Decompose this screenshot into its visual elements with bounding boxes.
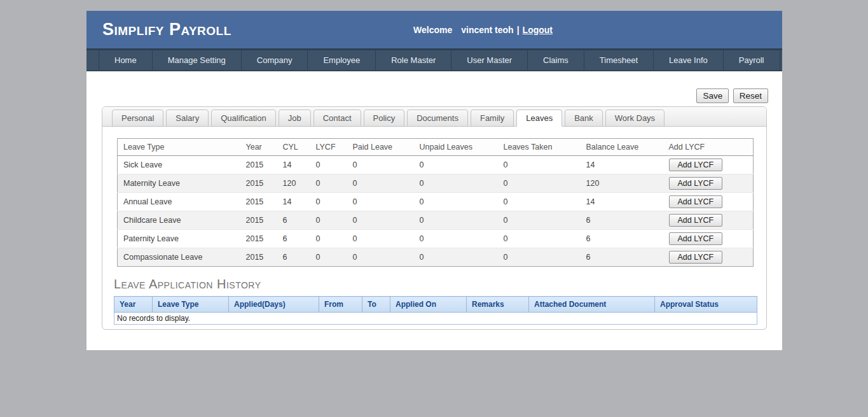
nav-item-payroll[interactable]: Payroll: [724, 50, 780, 70]
leave-cell-paid: 0: [347, 248, 414, 267]
tab-contact[interactable]: Contact: [313, 110, 361, 127]
leave-cell-taken: 0: [498, 156, 581, 174]
nav-item-leave-info[interactable]: Leave Info: [654, 50, 724, 70]
app-window: Simplify Payroll Welcome vincent teoh | …: [86, 11, 782, 350]
leave-cell-action: Add LYCF: [663, 230, 754, 248]
nav-item-timesheet[interactable]: Timesheet: [584, 50, 654, 70]
history-col-to: To: [362, 297, 390, 313]
leave-cell-taken: 0: [498, 174, 581, 193]
leave-col-leaves-taken: Leaves Taken: [498, 139, 581, 156]
add-lycf-button[interactable]: Add LYCF: [669, 195, 723, 208]
add-lycf-button[interactable]: Add LYCF: [669, 177, 723, 190]
leave-cell-leave_type: Annual Leave: [118, 193, 240, 211]
leave-cell-year: 2015: [240, 156, 277, 174]
reset-button[interactable]: Reset: [733, 88, 768, 103]
logout-link[interactable]: Logout: [523, 25, 553, 35]
nav-item-manage-setting[interactable]: Manage Setting: [153, 50, 242, 70]
tab-policy[interactable]: Policy: [364, 110, 405, 127]
leave-cell-leave_type: Paternity Leave: [118, 230, 240, 248]
tab-work-days[interactable]: Work Days: [605, 110, 665, 127]
add-lycf-button[interactable]: Add LYCF: [669, 214, 723, 227]
save-button[interactable]: Save: [696, 88, 729, 103]
tab-strip: PersonalSalaryQualificationJobContactPol…: [102, 107, 766, 127]
leave-cell-paid: 0: [347, 174, 414, 193]
leave-col-year: Year: [240, 139, 277, 156]
leave-cell-year: 2015: [240, 174, 277, 193]
leave-cell-action: Add LYCF: [663, 248, 754, 267]
leave-cell-balance: 6: [581, 211, 663, 230]
nav-item-employee[interactable]: Employee: [308, 50, 376, 70]
leave-cell-cyl: 14: [277, 156, 310, 174]
leave-cell-lycf: 0: [310, 211, 347, 230]
leave-cell-leave_type: Compassionate Leave: [118, 248, 240, 267]
history-section-title: Leave Application History: [114, 277, 766, 292]
leave-row-compassionate-leave: Compassionate Leave2015600006Add LYCF: [118, 248, 754, 267]
tab-leaves[interactable]: Leaves: [516, 110, 562, 127]
leave-cell-unpaid: 0: [414, 156, 498, 174]
add-lycf-button[interactable]: Add LYCF: [669, 159, 723, 171]
leave-cell-lycf: 0: [310, 193, 347, 211]
employee-tab-panel: PersonalSalaryQualificationJobContactPol…: [102, 106, 767, 330]
history-col-applied-on: Applied On: [390, 297, 467, 313]
leave-cell-taken: 0: [498, 230, 581, 248]
history-col-attached-document: Attached Document: [529, 297, 655, 313]
nav-item-user-master[interactable]: User Master: [451, 50, 528, 70]
leave-cell-unpaid: 0: [414, 174, 498, 193]
leave-col-cyl: CYL: [277, 139, 310, 156]
main-nav: HomeManage SettingCompanyEmployeeRole Ma…: [86, 48, 782, 71]
leave-cell-action: Add LYCF: [663, 193, 754, 211]
history-table-header: YearLeave TypeApplied(Days)FromToApplied…: [114, 297, 757, 313]
leave-cell-lycf: 0: [310, 248, 347, 267]
leave-cell-year: 2015: [240, 230, 277, 248]
leave-cell-cyl: 14: [277, 193, 310, 211]
leave-cell-action: Add LYCF: [663, 156, 754, 174]
leave-cell-taken: 0: [498, 193, 581, 211]
add-lycf-button[interactable]: Add LYCF: [669, 232, 723, 245]
leave-cell-unpaid: 0: [414, 248, 498, 267]
history-col-from: From: [319, 297, 362, 313]
history-col-approval-status: Approval Status: [655, 297, 757, 313]
leave-row-sick-leave: Sick Leave201514000014Add LYCF: [118, 156, 754, 174]
welcome-label: Welcome: [413, 25, 452, 35]
tab-documents[interactable]: Documents: [407, 110, 468, 127]
leave-cell-leave_type: Sick Leave: [118, 156, 240, 174]
leave-history-table: YearLeave TypeApplied(Days)FromToApplied…: [114, 296, 757, 325]
leave-cell-year: 2015: [240, 211, 277, 230]
no-records-message: No records to display.: [114, 313, 757, 325]
leave-cell-paid: 0: [347, 230, 414, 248]
app-header: Simplify Payroll Welcome vincent teoh | …: [86, 11, 782, 48]
tab-salary[interactable]: Salary: [166, 110, 209, 127]
leave-row-paternity-leave: Paternity Leave2015600006Add LYCF: [118, 230, 754, 248]
tab-personal[interactable]: Personal: [112, 110, 163, 127]
tab-family[interactable]: Family: [471, 110, 514, 127]
nav-item-home[interactable]: Home: [99, 50, 153, 70]
leave-cell-taken: 0: [498, 248, 581, 267]
leave-col-unpaid-leaves: Unpaid Leaves: [414, 139, 498, 156]
welcome-separator: |: [517, 25, 520, 35]
leave-row-annual-leave: Annual Leave201514000014Add LYCF: [118, 193, 754, 211]
leave-cell-lycf: 0: [310, 174, 347, 193]
add-lycf-button[interactable]: Add LYCF: [669, 251, 723, 264]
history-col-applied-days: Applied(Days): [229, 297, 319, 313]
leave-cell-unpaid: 0: [414, 230, 498, 248]
form-actions: Save Reset: [695, 88, 768, 103]
history-col-remarks: Remarks: [467, 297, 529, 313]
app-logo: Simplify Payroll: [102, 20, 231, 39]
history-col-leave-type: Leave Type: [153, 297, 229, 313]
leave-cell-balance: 6: [581, 230, 663, 248]
leave-cell-cyl: 6: [277, 248, 310, 267]
leave-col-add-lycf: Add LYCF: [663, 139, 754, 156]
tab-bank[interactable]: Bank: [565, 110, 603, 127]
leave-col-paid-leave: Paid Leave: [347, 139, 414, 156]
leave-col-lycf: LYCF: [310, 139, 347, 156]
nav-item-company[interactable]: Company: [242, 50, 308, 70]
leave-cell-paid: 0: [347, 156, 414, 174]
nav-item-claims[interactable]: Claims: [528, 50, 584, 70]
nav-item-role-master[interactable]: Role Master: [376, 50, 451, 70]
leave-cell-lycf: 0: [310, 230, 347, 248]
tab-job[interactable]: Job: [279, 110, 311, 127]
tab-qualification[interactable]: Qualification: [211, 110, 276, 127]
leave-cell-lycf: 0: [310, 156, 347, 174]
leave-cell-balance: 6: [581, 248, 663, 267]
leave-cell-balance: 120: [581, 174, 663, 193]
